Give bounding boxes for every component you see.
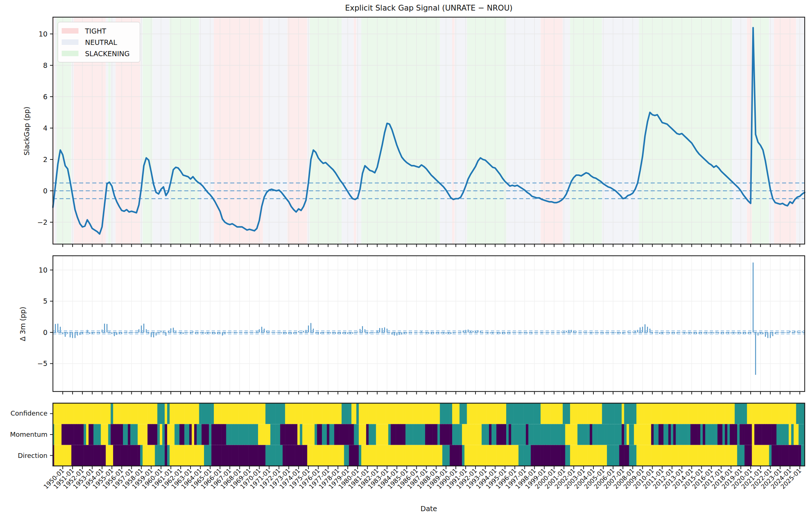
heatmap-row-confidence bbox=[53, 403, 805, 424]
chart-title: Explicit Slack Gap Signal (UNRATE − NROU… bbox=[53, 4, 805, 12]
y-tick-label: 4 bbox=[43, 124, 47, 132]
heatmap-row-label-momentum: Momentum bbox=[0, 431, 47, 438]
y-tick-label: 0 bbox=[43, 328, 47, 336]
legend-item-neutral: NEUTRAL bbox=[58, 36, 140, 48]
panel-slackgap: −20246810 bbox=[37, 17, 805, 247]
y-tick-label: −2 bbox=[37, 218, 47, 226]
y-tick-label: 0 bbox=[43, 187, 47, 195]
y-axis-label-delta3m: Δ 3m (pp) bbox=[19, 284, 27, 364]
figure: −20246810−505101950-011951-011952-011953… bbox=[0, 0, 812, 517]
x-tick-labels: 1950-011951-011952-011953-011954-011955-… bbox=[42, 467, 803, 490]
x-axis-label: Date bbox=[53, 505, 805, 513]
heatmap-row-label-confidence: Confidence bbox=[0, 409, 47, 417]
y-tick-label: 5 bbox=[43, 297, 47, 305]
y-tick-label: 10 bbox=[39, 266, 47, 274]
regime-bands bbox=[53, 17, 805, 244]
y-tick-label: 10 bbox=[39, 30, 47, 38]
y-tick-label: 8 bbox=[43, 61, 47, 69]
legend: TIGHT NEUTRAL SLACKENING bbox=[58, 22, 140, 62]
slackening-swatch bbox=[62, 51, 78, 56]
panel-delta3m: −50510 bbox=[37, 256, 805, 394]
legend-item-tight: TIGHT bbox=[58, 25, 140, 36]
chart-canvas: −20246810−505101950-011951-011952-011953… bbox=[0, 0, 812, 517]
y-tick-label: −5 bbox=[37, 359, 47, 367]
legend-item-slackening: SLACKENING bbox=[58, 48, 140, 59]
legend-label: TIGHT bbox=[85, 27, 106, 35]
y-axis-label-slackgap: SlackGap (pp) bbox=[23, 91, 31, 171]
tight-swatch bbox=[62, 28, 78, 34]
y-tick-label: 6 bbox=[43, 93, 47, 101]
heatmap-row-label-direction: Direction bbox=[0, 452, 47, 459]
panel-signals-heatmap bbox=[50, 403, 805, 469]
legend-label: NEUTRAL bbox=[85, 38, 117, 46]
neutral-swatch bbox=[62, 39, 78, 45]
legend-label: SLACKENING bbox=[85, 50, 130, 58]
heatmap-row-direction bbox=[53, 445, 805, 466]
y-tick-label: 2 bbox=[43, 155, 47, 163]
heatmap-row-momentum bbox=[53, 424, 805, 445]
